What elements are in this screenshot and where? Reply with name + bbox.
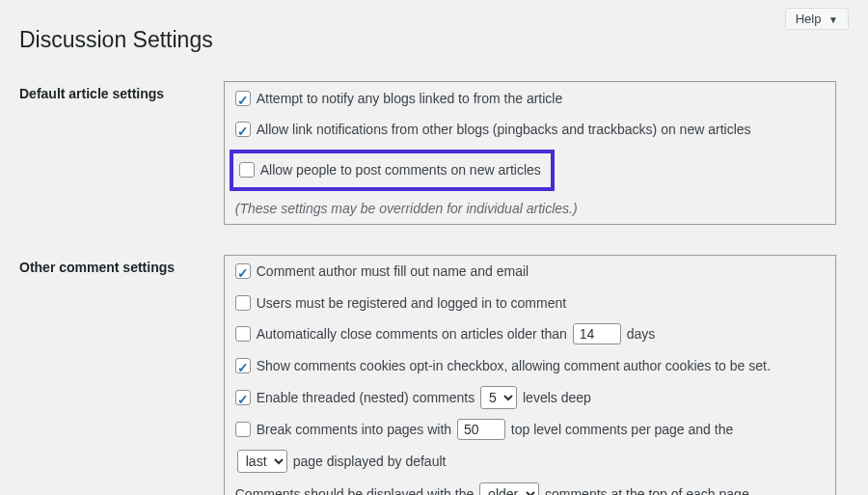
threaded-checkbox[interactable]	[235, 390, 251, 405]
require-name-email-checkbox[interactable]	[235, 263, 251, 279]
allow-comments-row: Allow people to post comments on new art…	[239, 159, 541, 180]
auto-close-row: Automatically close comments on articles…	[235, 323, 827, 344]
auto-close-pre-label: Automatically close comments on articles…	[257, 326, 571, 342]
comment-order-select[interactable]: older	[479, 482, 539, 495]
paginate-checkbox[interactable]	[235, 422, 251, 437]
paginate-perpage-input[interactable]	[457, 419, 505, 440]
paginate-page-select[interactable]: last	[237, 450, 287, 473]
paginate-order-row: last page displayed by default	[235, 450, 827, 473]
auto-close-checkbox[interactable]	[235, 326, 251, 342]
show-cookies-checkbox[interactable]	[235, 358, 251, 373]
paginate-row: Break comments into pages with top level…	[235, 419, 827, 440]
show-cookies-label: Show comments cookies opt-in checkbox, a…	[257, 358, 771, 373]
notify-blogs-row: Attempt to notify any blogs linked to fr…	[235, 88, 827, 109]
notify-blogs-label: Attempt to notify any blogs linked to fr…	[257, 91, 563, 106]
allow-pingbacks-label: Allow link notifications from other blog…	[257, 122, 751, 137]
allow-pingbacks-checkbox[interactable]	[235, 122, 251, 137]
order-post-label: comments at the top of each page	[541, 486, 749, 495]
default-article-note: (These settings may be overridden for in…	[235, 201, 827, 216]
require-registered-label: Users must be registered and logged in t…	[257, 295, 566, 311]
section-heading-default-article: Default article settings	[19, 67, 212, 240]
auto-close-days-input[interactable]	[573, 323, 621, 344]
paginate-pre-label: Break comments into pages with	[257, 422, 455, 437]
require-name-email-label: Comment author must fill out name and em…	[257, 263, 529, 279]
help-button-label: Help	[796, 12, 822, 26]
require-name-email-row: Comment author must fill out name and em…	[235, 261, 827, 282]
page-title: Discussion Settings	[19, 10, 849, 67]
notify-blogs-checkbox[interactable]	[235, 91, 251, 106]
threaded-row: Enable threaded (nested) comments 5 leve…	[235, 386, 827, 409]
paginate-mid-label: top level comments per page and the	[507, 422, 733, 437]
comment-order-row: Comments should be displayed with the ol…	[235, 482, 827, 495]
chevron-down-icon: ▼	[828, 14, 838, 25]
allow-comments-label: Allow people to post comments on new art…	[260, 162, 541, 178]
show-cookies-row: Show comments cookies opt-in checkbox, a…	[235, 355, 827, 376]
section-heading-other-comment: Other comment settings	[19, 240, 212, 495]
allow-pingbacks-row: Allow link notifications from other blog…	[235, 119, 827, 140]
order-pre-label: Comments should be displayed with the	[235, 486, 477, 495]
threaded-pre-label: Enable threaded (nested) comments	[257, 390, 478, 405]
allow-comments-checkbox[interactable]	[239, 162, 255, 178]
help-button[interactable]: Help ▼	[785, 8, 849, 30]
threaded-levels-select[interactable]: 5	[480, 386, 517, 409]
auto-close-post-label: days	[623, 326, 655, 342]
paginate-page-post-label: page displayed by default	[289, 454, 447, 469]
allow-comments-highlight: Allow people to post comments on new art…	[230, 150, 555, 190]
require-registered-row: Users must be registered and logged in t…	[235, 292, 827, 314]
require-registered-checkbox[interactable]	[235, 295, 251, 311]
threaded-post-label: levels deep	[519, 390, 591, 405]
